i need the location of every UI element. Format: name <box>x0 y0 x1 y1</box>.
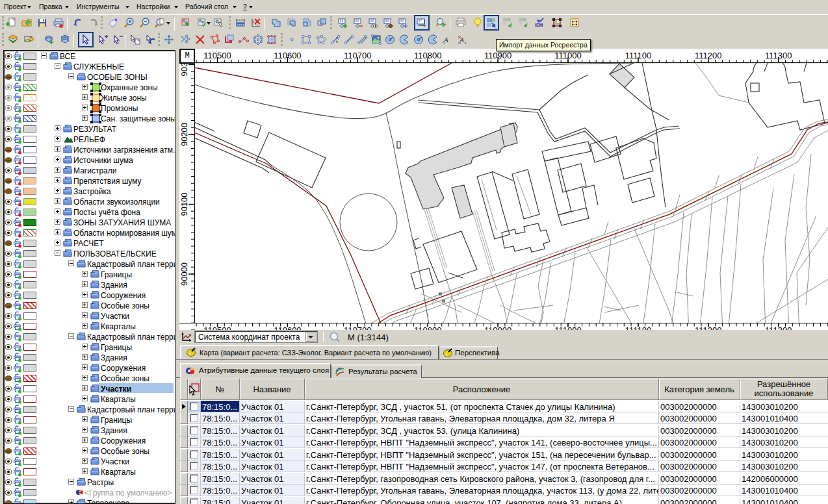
svg-text:90100: 90100 <box>179 192 189 216</box>
svg-text:90200: 90200 <box>179 123 189 146</box>
svg-text:IEM: IEM <box>535 23 543 27</box>
svg-text:k: k <box>465 41 467 45</box>
svg-text:90000: 90000 <box>179 262 189 286</box>
svg-text:k: k <box>336 40 339 44</box>
